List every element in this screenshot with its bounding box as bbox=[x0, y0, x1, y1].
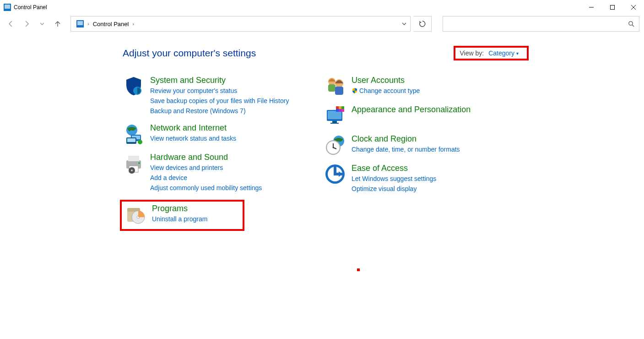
svg-rect-19 bbox=[128, 156, 139, 161]
category-network-internet: Network and Internet View network status… bbox=[123, 123, 306, 145]
category-programs: Programs Uninstall a program bbox=[124, 203, 241, 225]
annotation-marker bbox=[357, 268, 360, 271]
category-link[interactable]: Uninstall a program bbox=[152, 214, 207, 224]
category-clock-region: Clock and Region Change date, time, or n… bbox=[324, 134, 498, 156]
category-link[interactable]: Add a device bbox=[150, 173, 262, 182]
control-panel-app-icon bbox=[4, 4, 11, 11]
page-title: Adjust your computer's settings bbox=[123, 48, 256, 59]
clock-globe-icon bbox=[324, 134, 346, 156]
recent-locations-button[interactable] bbox=[36, 17, 49, 30]
svg-rect-40 bbox=[339, 109, 341, 112]
monitor-colors-icon bbox=[324, 104, 346, 126]
svg-rect-4 bbox=[611, 5, 615, 10]
category-link[interactable]: Review your computer's status bbox=[150, 86, 289, 95]
svg-rect-36 bbox=[336, 106, 339, 109]
categories-right-column: User Accounts Change account type bbox=[324, 75, 498, 231]
minimize-button[interactable] bbox=[581, 0, 602, 14]
svg-rect-2 bbox=[5, 9, 9, 10]
svg-point-17 bbox=[138, 140, 142, 144]
search-input[interactable] bbox=[443, 20, 623, 28]
shield-icon bbox=[123, 75, 145, 97]
ease-of-access-icon bbox=[324, 163, 346, 185]
people-icon bbox=[324, 75, 346, 97]
search-box[interactable] bbox=[443, 16, 639, 32]
svg-rect-37 bbox=[339, 106, 341, 109]
category-ease-of-access: Ease of Access Let Windows suggest setti… bbox=[324, 163, 498, 193]
category-link-text: Change account type bbox=[359, 87, 420, 94]
category-link[interactable]: Backup and Restore (Windows 7) bbox=[150, 106, 289, 115]
highlight-programs: Programs Uninstall a program bbox=[120, 200, 244, 231]
category-title[interactable]: Hardware and Sound bbox=[150, 152, 262, 162]
up-button[interactable] bbox=[51, 17, 64, 30]
svg-rect-33 bbox=[328, 111, 341, 119]
window-controls bbox=[581, 0, 644, 14]
svg-rect-8 bbox=[77, 21, 83, 25]
uac-shield-icon bbox=[352, 87, 358, 94]
category-title[interactable]: Clock and Region bbox=[352, 134, 460, 144]
category-link[interactable]: Change date, time, or number formats bbox=[352, 145, 460, 154]
category-link[interactable]: View devices and printers bbox=[150, 163, 262, 172]
forward-button[interactable] bbox=[20, 17, 33, 30]
svg-rect-41 bbox=[341, 109, 344, 112]
view-by-value[interactable]: Category bbox=[488, 49, 519, 57]
category-title[interactable]: System and Security bbox=[150, 75, 289, 85]
address-dropdown-button[interactable] bbox=[398, 16, 410, 31]
view-by-label: View by: bbox=[460, 49, 484, 57]
globe-network-icon bbox=[123, 123, 145, 145]
programs-disc-icon bbox=[124, 203, 146, 225]
search-icon[interactable] bbox=[623, 16, 639, 31]
category-title[interactable]: User Accounts bbox=[352, 75, 420, 85]
category-link[interactable]: Optimize visual display bbox=[352, 184, 436, 193]
category-link[interactable]: Change account type bbox=[352, 86, 420, 95]
svg-point-21 bbox=[138, 162, 140, 164]
category-title[interactable]: Ease of Access bbox=[352, 163, 436, 173]
view-by-selector[interactable]: View by: Category bbox=[454, 46, 529, 60]
svg-rect-34 bbox=[332, 121, 337, 123]
svg-point-47 bbox=[333, 147, 334, 148]
category-hardware-sound: Hardware and Sound View devices and prin… bbox=[123, 152, 306, 192]
breadcrumb-root[interactable]: Control Panel bbox=[90, 16, 132, 31]
category-appearance: Appearance and Personalization bbox=[324, 104, 498, 126]
refresh-button[interactable] bbox=[413, 16, 432, 32]
category-title[interactable]: Programs bbox=[152, 203, 207, 213]
content-area: Adjust your computer's settings View by:… bbox=[0, 33, 644, 231]
categories-left-column: System and Security Review your computer… bbox=[123, 75, 306, 231]
category-link[interactable]: Adjust commonly used mobility settings bbox=[150, 183, 262, 192]
chevron-right-icon[interactable]: › bbox=[131, 21, 135, 27]
svg-rect-38 bbox=[341, 106, 344, 109]
category-user-accounts: User Accounts Change account type bbox=[324, 75, 498, 97]
svg-rect-29 bbox=[328, 84, 336, 92]
svg-point-23 bbox=[131, 170, 133, 171]
navigation-bar: › Control Panel › bbox=[0, 15, 644, 33]
svg-rect-35 bbox=[330, 123, 339, 124]
category-title[interactable]: Appearance and Personalization bbox=[352, 104, 471, 115]
svg-rect-31 bbox=[335, 87, 343, 95]
close-button[interactable] bbox=[623, 0, 644, 14]
category-link[interactable]: Save backup copies of your files with Fi… bbox=[150, 96, 289, 105]
svg-line-10 bbox=[632, 25, 634, 27]
category-title[interactable]: Network and Internet bbox=[150, 123, 236, 133]
category-link[interactable]: View network status and tasks bbox=[150, 134, 236, 143]
maximize-button[interactable] bbox=[602, 0, 623, 14]
svg-rect-39 bbox=[336, 109, 339, 112]
titlebar: Control Panel bbox=[0, 0, 644, 15]
back-button[interactable] bbox=[5, 17, 17, 30]
chevron-right-icon[interactable]: › bbox=[87, 21, 90, 27]
breadcrumb-root-icon[interactable] bbox=[74, 16, 87, 31]
printer-icon bbox=[123, 152, 145, 174]
window-title: Control Panel bbox=[14, 4, 47, 11]
category-link[interactable]: Let Windows suggest settings bbox=[352, 174, 436, 183]
svg-rect-1 bbox=[5, 5, 10, 9]
category-system-security: System and Security Review your computer… bbox=[123, 75, 306, 115]
svg-rect-16 bbox=[127, 138, 135, 142]
svg-point-9 bbox=[629, 22, 633, 25]
address-bar[interactable]: › Control Panel › bbox=[70, 16, 411, 32]
